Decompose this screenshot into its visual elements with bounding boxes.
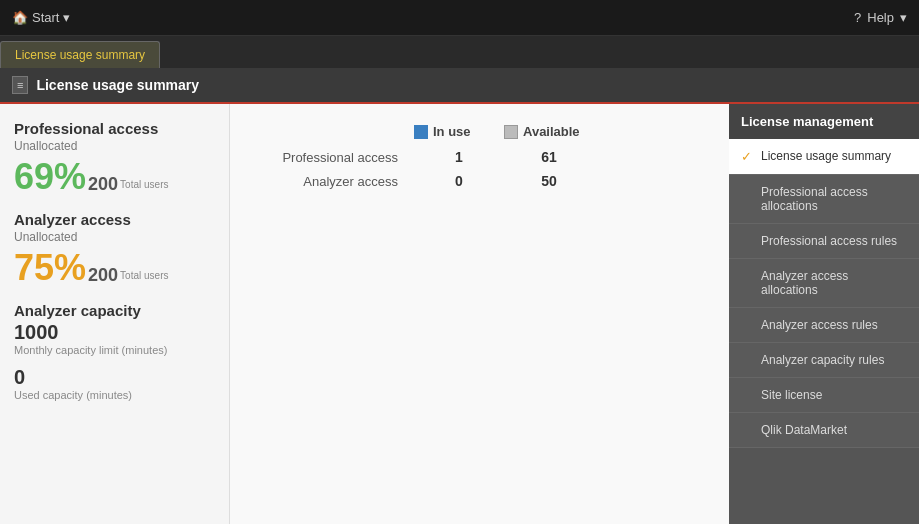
professional-access-title: Professional access [14, 120, 215, 137]
professional-access-percent: 69% [14, 159, 86, 195]
main-layout: Professional access Unallocated 69% 200 … [0, 104, 919, 524]
tab-license-usage-summary[interactable]: License usage summary [0, 41, 160, 68]
start-arrow-icon: ▾ [63, 10, 70, 25]
col-header-available-label: Available [523, 124, 580, 139]
help-circle-icon: ? [854, 10, 861, 25]
analyzer-access-section: Analyzer access Unallocated 75% 200 Tota… [14, 211, 215, 286]
table-row-analyzer: Analyzer access 0 50 [254, 173, 705, 189]
start-label: Start [32, 10, 59, 25]
row-analyzer-label: Analyzer access [254, 174, 414, 189]
analyzer-access-percent: 75% [14, 250, 86, 286]
center-panel: In use Available Professional access 1 6… [230, 104, 729, 524]
page-header: ≡ License usage summary [0, 68, 919, 104]
table-row-professional: Professional access 1 61 [254, 149, 705, 165]
sidebar-item-license-usage-summary[interactable]: ✓ License usage summary [729, 139, 919, 175]
col-header-in-use: In use [414, 124, 504, 139]
col-header-in-use-label: In use [433, 124, 471, 139]
sidebar-item-analyzer-capacity-rules[interactable]: Analyzer capacity rules [729, 343, 919, 378]
sidebar-item-site-license[interactable]: Site license [729, 378, 919, 413]
sidebar-header: License management [729, 104, 919, 139]
analyzer-access-stats: 75% 200 Total users [14, 250, 215, 286]
row-analyzer-inuse: 0 [414, 173, 504, 189]
analyzer-used-label: Used capacity (minutes) [14, 389, 215, 401]
sidebar-item-professional-rules[interactable]: Professional access rules [729, 224, 919, 259]
analyzer-access-title: Analyzer access [14, 211, 215, 228]
table-header: In use Available [254, 124, 705, 139]
sidebar-item-analyzer-access-rules[interactable]: Analyzer access rules [729, 308, 919, 343]
sidebar-item-label-license-usage: License usage summary [761, 149, 907, 163]
home-icon: 🏠 [12, 10, 28, 25]
col-header-available: Available [504, 124, 594, 139]
analyzer-access-total-label: Total users [120, 270, 168, 282]
sidebar-item-label-site-license: Site license [761, 388, 907, 402]
page-header-icon: ≡ [12, 76, 28, 94]
professional-access-total-num: 200 [88, 174, 118, 195]
row-professional-available: 61 [504, 149, 594, 165]
start-menu[interactable]: 🏠 Start ▾ [12, 10, 70, 25]
analyzer-capacity-title: Analyzer capacity [14, 302, 215, 319]
help-menu[interactable]: ? Help ▾ [854, 10, 907, 25]
top-nav: 🏠 Start ▾ ? Help ▾ [0, 0, 919, 36]
analyzer-capacity-section: Analyzer capacity 1000 Monthly capacity … [14, 302, 215, 401]
professional-access-subtitle: Unallocated [14, 139, 215, 153]
analyzer-capacity-value: 1000 [14, 321, 215, 344]
analyzer-capacity-label: Monthly capacity limit (minutes) [14, 344, 215, 356]
professional-access-total-label: Total users [120, 179, 168, 191]
page-title: License usage summary [36, 77, 199, 93]
professional-access-section: Professional access Unallocated 69% 200 … [14, 120, 215, 195]
analyzer-access-total-num: 200 [88, 265, 118, 286]
available-color-swatch [504, 125, 518, 139]
sidebar-item-label-qlik-datamarket: Qlik DataMarket [761, 423, 907, 437]
sidebar-item-label-analyzer-access-rules: Analyzer access rules [761, 318, 907, 332]
sidebar-item-label-professional-rules: Professional access rules [761, 234, 907, 248]
check-icon: ✓ [741, 149, 755, 164]
right-sidebar: License management ✓ License usage summa… [729, 104, 919, 524]
sidebar-item-label-analyzer-allocations: Analyzer access allocations [761, 269, 907, 297]
sidebar-item-analyzer-allocations[interactable]: Analyzer access allocations [729, 259, 919, 308]
help-arrow-icon: ▾ [900, 10, 907, 25]
row-analyzer-available: 50 [504, 173, 594, 189]
sidebar-item-professional-allocations[interactable]: Professional access allocations [729, 175, 919, 224]
analyzer-used-value: 0 [14, 366, 215, 389]
row-professional-label: Professional access [254, 150, 414, 165]
in-use-color-swatch [414, 125, 428, 139]
sidebar-item-label-analyzer-capacity-rules: Analyzer capacity rules [761, 353, 907, 367]
tab-bar: License usage summary [0, 36, 919, 68]
analyzer-access-subtitle: Unallocated [14, 230, 215, 244]
professional-access-stats: 69% 200 Total users [14, 159, 215, 195]
row-professional-inuse: 1 [414, 149, 504, 165]
sidebar-item-qlik-datamarket[interactable]: Qlik DataMarket [729, 413, 919, 448]
sidebar-item-label-professional-allocations: Professional access allocations [761, 185, 907, 213]
help-label: Help [867, 10, 894, 25]
left-panel: Professional access Unallocated 69% 200 … [0, 104, 230, 524]
